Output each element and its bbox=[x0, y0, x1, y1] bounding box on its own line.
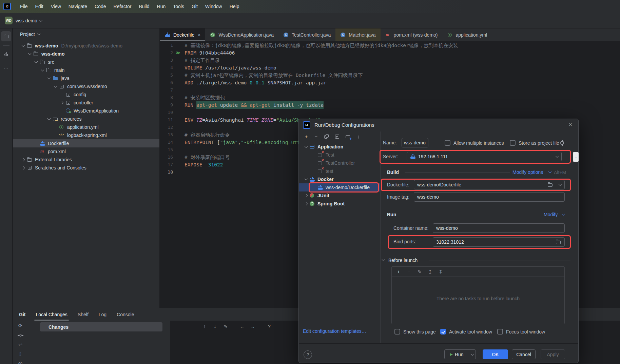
tree-item-wss-demo[interactable]: wss-demo bbox=[13, 50, 159, 58]
save-icon[interactable] bbox=[334, 134, 340, 139]
more-tools-button[interactable]: ⋯ bbox=[1, 63, 11, 73]
tree-item-application.yml[interactable]: application.yml bbox=[13, 123, 159, 131]
focus-tool-window-checkbox[interactable] bbox=[497, 329, 503, 335]
edit-icon[interactable]: ✎ bbox=[223, 324, 228, 329]
up-icon[interactable]: ↥ bbox=[428, 269, 432, 275]
tree-item-dockerfile[interactable]: Dockerfile bbox=[13, 139, 159, 147]
allow-multiple-checkbox[interactable] bbox=[445, 140, 450, 146]
refresh-icon[interactable]: ⟳ bbox=[18, 323, 23, 328]
show-this-page-checkbox[interactable] bbox=[394, 329, 400, 335]
structure-tool-button[interactable] bbox=[1, 49, 11, 59]
bind-ports-field[interactable]: 31022:31012 bbox=[433, 237, 565, 247]
close-icon[interactable]: × bbox=[198, 32, 200, 38]
chevron-down-icon[interactable] bbox=[304, 177, 308, 181]
chevron-down-icon[interactable] bbox=[548, 170, 552, 174]
chevron-down-icon[interactable] bbox=[304, 145, 308, 148]
config-item-junit[interactable]: JUnit bbox=[299, 191, 380, 200]
ok-button[interactable]: OK bbox=[483, 349, 508, 359]
tab-application.yml[interactable]: application.yml bbox=[443, 28, 492, 41]
chevron-down-icon[interactable] bbox=[382, 258, 385, 261]
menu-build[interactable]: Build bbox=[135, 0, 153, 13]
edit-icon[interactable]: ✎ bbox=[417, 269, 422, 275]
tree-item-java[interactable]: java bbox=[13, 74, 159, 82]
remove-icon[interactable]: − bbox=[407, 269, 411, 275]
project-panel-header[interactable]: Project bbox=[13, 28, 159, 40]
undo-icon[interactable]: ↩ bbox=[18, 342, 23, 347]
menu-run[interactable]: Run bbox=[153, 0, 170, 13]
menu-navigate[interactable]: Navigate bbox=[65, 0, 91, 13]
cancel-button[interactable]: Cancel bbox=[512, 349, 536, 359]
sort-icon[interactable]: ↓ bbox=[356, 134, 361, 139]
chevron-down-icon[interactable] bbox=[559, 183, 562, 186]
modify-link[interactable]: Modify bbox=[544, 212, 558, 217]
chevron-down-icon[interactable] bbox=[54, 84, 57, 88]
tree-item-external-libraries[interactable]: External Libraries bbox=[13, 156, 159, 164]
chevron-down-icon[interactable] bbox=[556, 155, 559, 158]
chevron-right-icon[interactable] bbox=[304, 202, 308, 205]
chevron-down-icon[interactable] bbox=[47, 117, 51, 120]
menu-help[interactable]: Help bbox=[226, 0, 243, 13]
arrow-right-icon[interactable]: → bbox=[250, 324, 255, 329]
modify-options-link[interactable]: Modify options bbox=[512, 169, 543, 175]
chevron-down-icon[interactable] bbox=[39, 18, 42, 22]
tree-item-scratches-and-consoles[interactable]: Scratches and Consoles bbox=[13, 164, 159, 172]
tree-item-controller[interactable]: controller bbox=[13, 99, 159, 107]
menu-window[interactable]: Window bbox=[201, 0, 226, 13]
chevron-right-icon[interactable] bbox=[22, 166, 25, 169]
archive-icon[interactable]: ⇩ bbox=[18, 351, 23, 357]
tree-item-logback-spring.xml[interactable]: logback-spring.xml bbox=[13, 131, 159, 139]
container-name-field[interactable]: wss-demo bbox=[433, 223, 565, 233]
config-item-test[interactable]: test bbox=[299, 167, 380, 175]
help-button[interactable]: ? bbox=[304, 350, 312, 359]
menu-view[interactable]: View bbox=[47, 0, 65, 13]
tree-item-wss-demo[interactable]: wss-demoD:\my\project\idea\wss-demo bbox=[13, 42, 159, 50]
tab-dockerfile[interactable]: Dockerfile× bbox=[160, 28, 205, 41]
folder-icon[interactable] bbox=[556, 239, 561, 245]
tree-item-pom.xml[interactable]: pom.xml bbox=[13, 147, 159, 156]
copy-icon[interactable] bbox=[324, 134, 329, 139]
add-icon[interactable]: + bbox=[396, 269, 401, 275]
store-project-checkbox[interactable] bbox=[510, 140, 516, 146]
close-icon[interactable]: × bbox=[567, 121, 574, 128]
apply-button[interactable]: Apply bbox=[541, 349, 565, 359]
arrow-up-icon[interactable]: ↑ bbox=[202, 324, 207, 329]
config-item-wss-demo-dockerfile[interactable]: wss-demo/Dockerfile bbox=[299, 183, 380, 191]
activate-tool-window-checkbox[interactable] bbox=[440, 329, 446, 335]
commit-icon[interactable] bbox=[18, 332, 23, 338]
name-field[interactable] bbox=[402, 138, 428, 147]
tab-wssdemoapplication.java[interactable]: WssDemoApplication.java bbox=[205, 28, 278, 41]
folder-icon[interactable] bbox=[547, 182, 553, 187]
server-browse-button[interactable]: .. bbox=[573, 152, 579, 162]
menu-git[interactable]: Git bbox=[188, 0, 201, 13]
help-icon[interactable]: ? bbox=[267, 324, 272, 329]
tree-item-wssdemoapplication[interactable]: WssDemoApplication bbox=[13, 107, 159, 115]
arrow-down-icon[interactable]: ↓ bbox=[213, 324, 217, 329]
chevron-down-icon[interactable] bbox=[562, 213, 565, 216]
new-folder-icon[interactable] bbox=[345, 134, 351, 139]
tree-item-com.wss.wssdemo[interactable]: com.wss.wssdemo bbox=[13, 82, 159, 90]
arrow-left-icon[interactable]: ← bbox=[240, 324, 245, 329]
menu-code[interactable]: Code bbox=[91, 0, 110, 13]
project-selector[interactable]: wss-demo bbox=[16, 18, 37, 23]
tree-item-src[interactable]: src bbox=[13, 58, 159, 66]
run-button[interactable]: ▶Run bbox=[444, 349, 476, 359]
git-tab-shelf[interactable]: Shelf bbox=[78, 308, 89, 321]
menu-edit[interactable]: Edit bbox=[32, 0, 47, 13]
add-icon[interactable]: + bbox=[304, 134, 309, 139]
remove-icon[interactable]: − bbox=[314, 134, 318, 139]
git-tab-console[interactable]: Console bbox=[117, 308, 134, 321]
run-options-dropdown[interactable] bbox=[469, 350, 476, 359]
image-tag-field[interactable]: wss-demo bbox=[414, 192, 565, 202]
config-item-spring-boot[interactable]: Spring Boot bbox=[299, 200, 380, 208]
project-tool-button[interactable] bbox=[1, 31, 11, 41]
chevron-down-icon[interactable] bbox=[35, 60, 38, 63]
config-item-application[interactable]: Application bbox=[299, 143, 380, 151]
menu-refactor[interactable]: Refactor bbox=[110, 0, 135, 13]
down-icon[interactable]: ↧ bbox=[438, 269, 443, 275]
chevron-down-icon[interactable] bbox=[28, 52, 32, 55]
tab-matcher.java[interactable]: Matcher.java bbox=[335, 28, 380, 41]
tree-item-config[interactable]: config bbox=[13, 90, 159, 99]
dockerfile-field[interactable]: wss-demo\Dockerfile bbox=[414, 180, 565, 189]
git-tab-log[interactable]: Log bbox=[99, 308, 106, 321]
menu-tools[interactable]: Tools bbox=[169, 0, 188, 13]
